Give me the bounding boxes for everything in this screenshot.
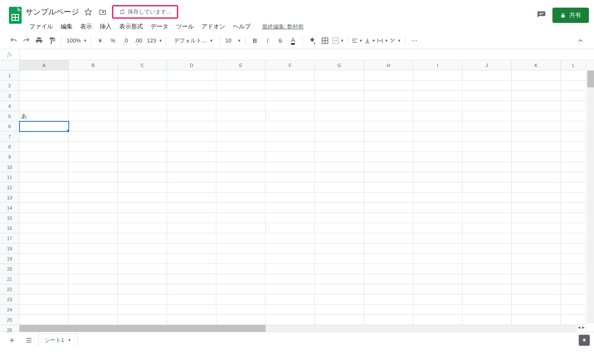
row-header[interactable]: 17: [0, 233, 20, 244]
cell-I25[interactable]: [413, 315, 462, 325]
cell-A15[interactable]: [20, 213, 69, 223]
cell-A16[interactable]: [20, 223, 69, 233]
cell-H21[interactable]: [364, 274, 413, 284]
cell-J13[interactable]: [462, 193, 512, 203]
cell-I4[interactable]: [413, 101, 462, 111]
cell-H1[interactable]: [364, 70, 413, 81]
add-sheet-button[interactable]: [4, 334, 20, 347]
comments-icon[interactable]: [536, 10, 546, 20]
cell-B19[interactable]: [69, 254, 118, 264]
row-header[interactable]: 18: [0, 244, 20, 254]
text-wrap-button[interactable]: ▼: [377, 35, 389, 47]
cell-I23[interactable]: [413, 294, 462, 305]
paint-format-button[interactable]: [46, 35, 58, 47]
cell-K20[interactable]: [512, 264, 561, 274]
col-header-I[interactable]: I: [413, 60, 462, 70]
cell-A20[interactable]: [20, 264, 69, 274]
cell-L5[interactable]: [561, 111, 586, 121]
cell-G10[interactable]: [315, 162, 364, 172]
col-header-E[interactable]: E: [216, 60, 266, 70]
row-header[interactable]: 2: [0, 81, 20, 91]
cell-H22[interactable]: [364, 284, 413, 294]
bold-button[interactable]: B: [249, 35, 261, 47]
cell-C4[interactable]: [118, 101, 167, 111]
horizontal-align-button[interactable]: ▼: [351, 35, 363, 47]
cell-E12[interactable]: [216, 182, 266, 193]
cell-G20[interactable]: [315, 264, 364, 274]
cell-K13[interactable]: [512, 193, 561, 203]
cell-H7[interactable]: [364, 132, 413, 142]
row-header[interactable]: 12: [0, 182, 20, 193]
cell-B3[interactable]: [69, 91, 118, 101]
cell-D19[interactable]: [167, 254, 216, 264]
cell-C16[interactable]: [118, 223, 167, 233]
cell-D20[interactable]: [167, 264, 216, 274]
cell-J24[interactable]: [462, 305, 512, 315]
row-header[interactable]: 25: [0, 315, 20, 325]
cell-G23[interactable]: [315, 294, 364, 305]
cell-C20[interactable]: [118, 264, 167, 274]
cell-J1[interactable]: [462, 70, 512, 81]
cell-I6[interactable]: [413, 121, 462, 132]
cell-K11[interactable]: [512, 172, 561, 182]
cell-J15[interactable]: [462, 213, 512, 223]
cell-J11[interactable]: [462, 172, 512, 182]
cell-A5[interactable]: あ: [20, 111, 69, 121]
cell-E3[interactable]: [216, 91, 266, 101]
cell-C9[interactable]: [118, 152, 167, 162]
cell-E15[interactable]: [216, 213, 266, 223]
cell-H18[interactable]: [364, 244, 413, 254]
cell-K22[interactable]: [512, 284, 561, 294]
menu-help[interactable]: ヘルプ: [229, 21, 255, 32]
cell-H16[interactable]: [364, 223, 413, 233]
cell-K17[interactable]: [512, 233, 561, 244]
cell-J9[interactable]: [462, 152, 512, 162]
cell-F15[interactable]: [266, 213, 315, 223]
row-header[interactable]: 4: [0, 101, 20, 111]
cell-D10[interactable]: [167, 162, 216, 172]
cell-C17[interactable]: [118, 233, 167, 244]
cell-L10[interactable]: [561, 162, 586, 172]
cell-A25[interactable]: [20, 315, 69, 325]
cell-B15[interactable]: [69, 213, 118, 223]
cell-G4[interactable]: [315, 101, 364, 111]
row-header[interactable]: 5: [0, 111, 20, 121]
cell-B13[interactable]: [69, 193, 118, 203]
row-header[interactable]: 16: [0, 223, 20, 233]
fx-icon[interactable]: fx: [0, 49, 20, 60]
cell-C14[interactable]: [118, 203, 167, 213]
cell-H8[interactable]: [364, 142, 413, 152]
cell-G8[interactable]: [315, 142, 364, 152]
cell-J22[interactable]: [462, 284, 512, 294]
currency-button[interactable]: ¥: [94, 35, 106, 47]
cell-L22[interactable]: [561, 284, 586, 294]
zoom-dropdown[interactable]: 100%▼: [65, 35, 87, 47]
cell-F3[interactable]: [266, 91, 315, 101]
cell-H17[interactable]: [364, 233, 413, 244]
collapse-toolbar-button[interactable]: [574, 35, 586, 47]
cell-D6[interactable]: [167, 121, 216, 132]
menu-format[interactable]: 表示形式: [115, 21, 147, 32]
cell-E16[interactable]: [216, 223, 266, 233]
cell-C21[interactable]: [118, 274, 167, 284]
percent-button[interactable]: %: [107, 35, 119, 47]
cell-A10[interactable]: [20, 162, 69, 172]
cell-A22[interactable]: [20, 284, 69, 294]
cell-H9[interactable]: [364, 152, 413, 162]
cell-J3[interactable]: [462, 91, 512, 101]
cell-B24[interactable]: [69, 305, 118, 315]
col-header-G[interactable]: G: [315, 60, 364, 70]
cell-K21[interactable]: [512, 274, 561, 284]
cell-H13[interactable]: [364, 193, 413, 203]
menu-insert[interactable]: 挿入: [96, 21, 115, 32]
cell-E6[interactable]: [216, 121, 266, 132]
cell-D15[interactable]: [167, 213, 216, 223]
cell-G19[interactable]: [315, 254, 364, 264]
cell-G6[interactable]: [315, 121, 364, 132]
cell-A24[interactable]: [20, 305, 69, 315]
cell-I5[interactable]: [413, 111, 462, 121]
cell-E8[interactable]: [216, 142, 266, 152]
cell-H11[interactable]: [364, 172, 413, 182]
row-header[interactable]: 15: [0, 213, 20, 223]
cell-F14[interactable]: [266, 203, 315, 213]
